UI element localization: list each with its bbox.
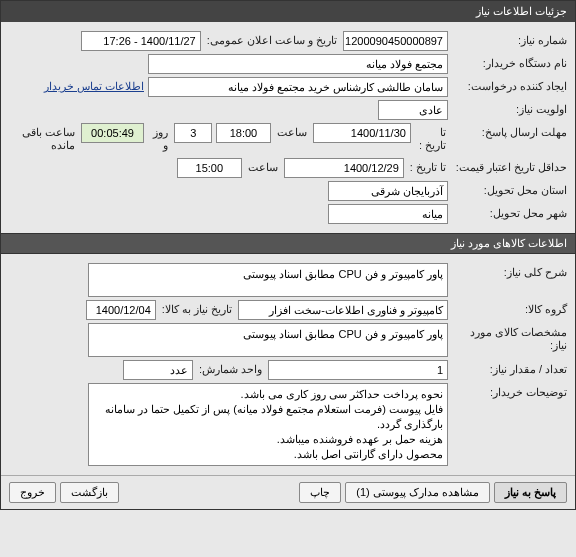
dialog-footer: پاسخ به نیاز مشاهده مدارک پیوستی (1) چاپ…: [1, 475, 575, 509]
group-value: کامپیوتر و فناوری اطلاعات-سخت افزار: [238, 300, 448, 320]
validity-time-label: ساعت: [246, 158, 280, 177]
creator-label: ایجاد کننده درخواست:: [452, 77, 567, 93]
priority-label: اولویت نیاز:: [452, 100, 567, 116]
remaining-label: ساعت باقی مانده: [9, 123, 77, 155]
notes-value: نحوه پرداخت حداکثر سی روز کاری می باشد. …: [88, 383, 448, 466]
validity-to-label: تا تاریخ :: [408, 158, 448, 177]
unit-value: عدد: [123, 360, 193, 380]
spec-label: مشخصات کالای مورد نیاز:: [452, 323, 567, 352]
goods-section: شرح کلی نیاز: پاور کامپیوتر و فن CPU مطا…: [1, 254, 575, 475]
deadline-time-label: ساعت: [275, 123, 309, 142]
attachments-button[interactable]: مشاهده مدارک پیوستی (1): [345, 482, 490, 503]
need-number-value: 1200090450000897: [343, 31, 448, 51]
qty-value: 1: [268, 360, 448, 380]
respond-button[interactable]: پاسخ به نیاز: [494, 482, 567, 503]
need-info-section: شماره نیاز: 1200090450000897 تاریخ و ساع…: [1, 22, 575, 233]
buyer-value: مجتمع فولاد میانه: [148, 54, 448, 74]
desc-label: شرح کلی نیاز:: [452, 263, 567, 279]
city-value: میانه: [328, 204, 448, 224]
desc-value: پاور کامپیوتر و فن CPU مطابق اسناد پیوست…: [88, 263, 448, 297]
remaining-time-value: 00:05:49: [81, 123, 143, 143]
spec-value: پاور کامپیوتر و فن CPU مطابق اسناد پیوست…: [88, 323, 448, 357]
buyer-contact-link[interactable]: اطلاعات تماس خریدار: [44, 77, 144, 93]
validity-label: حداقل تاریخ اعتبار قیمت:: [452, 158, 567, 174]
notes-label: توضیحات خریدار:: [452, 383, 567, 399]
remaining-days-value: 3: [174, 123, 212, 143]
dialog-titlebar: جزئیات اطلاعات نیاز: [1, 1, 575, 22]
days-and-label: روز و: [148, 123, 171, 155]
exit-button[interactable]: خروج: [9, 482, 56, 503]
goods-section-header: اطلاعات کالاهای مورد نیاز: [1, 233, 575, 254]
need-date-label: تاریخ نیاز به کالا:: [160, 300, 234, 319]
need-number-label: شماره نیاز:: [452, 31, 567, 47]
dialog-title: جزئیات اطلاعات نیاز: [476, 5, 567, 17]
creator-value: سامان طالشی کارشناس خرید مجتمع فولاد میا…: [148, 77, 448, 97]
validity-date-value: 1400/12/29: [284, 158, 404, 178]
buyer-label: نام دستگاه خریدار:: [452, 54, 567, 70]
qty-label: تعداد / مقدار نیاز:: [452, 360, 567, 376]
province-value: آذربایجان شرقی: [328, 181, 448, 201]
announce-value: 1400/11/27 - 17:26: [81, 31, 201, 51]
deadline-label: مهلت ارسال پاسخ:: [452, 123, 567, 139]
deadline-to-label: تا تاریخ :: [415, 123, 448, 155]
announce-label: تاریخ و ساعت اعلان عمومی:: [205, 31, 339, 50]
deadline-time-value: 18:00: [216, 123, 270, 143]
city-label: شهر محل تحویل:: [452, 204, 567, 220]
priority-value: عادی: [378, 100, 448, 120]
validity-time-value: 15:00: [177, 158, 242, 178]
print-button[interactable]: چاپ: [299, 482, 341, 503]
group-label: گروه کالا:: [452, 300, 567, 316]
unit-label: واحد شمارش:: [197, 360, 264, 379]
province-label: استان محل تحویل:: [452, 181, 567, 197]
back-button[interactable]: بازگشت: [60, 482, 119, 503]
deadline-date-value: 1400/11/30: [313, 123, 411, 143]
need-details-dialog: جزئیات اطلاعات نیاز شماره نیاز: 12000904…: [0, 0, 576, 510]
need-date-value: 1400/12/04: [86, 300, 156, 320]
